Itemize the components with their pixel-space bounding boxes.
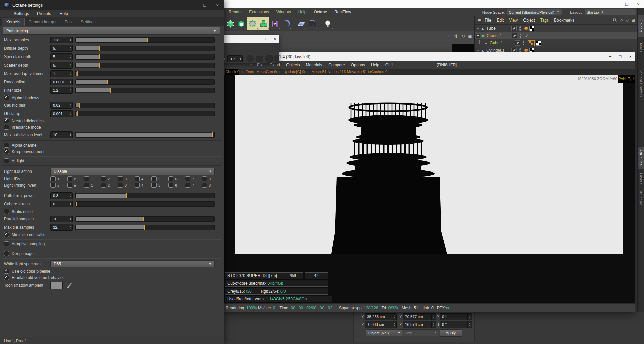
- maximize-view-icon[interactable]: ▣: [468, 34, 473, 39]
- stepper-arrows[interactable]: ▴▾: [392, 314, 396, 320]
- edit-toggle-icon[interactable]: [511, 48, 517, 52]
- slider-handle[interactable]: [212, 132, 213, 137]
- slider-handle[interactable]: [77, 111, 78, 116]
- checkbox[interactable]: [151, 176, 157, 181]
- camera-icon[interactable]: [307, 17, 318, 30]
- slider-handle[interactable]: [144, 225, 145, 230]
- stepper-arrows[interactable]: ▴▾: [68, 71, 72, 77]
- model-mode-icon[interactable]: [236, 17, 247, 30]
- orbit-icon[interactable]: ↻: [461, 34, 466, 39]
- apply-button[interactable]: Apply: [440, 329, 462, 337]
- menu-item-window[interactable]: Window: [273, 10, 295, 14]
- floating-window-titlebar[interactable]: − □ ×: [223, 35, 279, 43]
- setting-slider[interactable]: [75, 193, 215, 198]
- stepper-arrows[interactable]: ▴▾: [68, 37, 72, 43]
- value-field[interactable]: 0▴▾: [50, 201, 73, 207]
- value-field[interactable]: 0.001▴▾: [50, 110, 73, 117]
- c4d-minimize-button[interactable]: −: [610, 2, 621, 7]
- value-field[interactable]: 0.0001▴▾: [50, 79, 73, 85]
- maximize-button[interactable]: □: [204, 3, 206, 8]
- array-tool-icon[interactable]: [269, 17, 280, 30]
- checkbox[interactable]: [50, 176, 56, 181]
- value-field[interactable]: 1.▴▾: [50, 70, 73, 77]
- checkbox[interactable]: [67, 183, 72, 188]
- visibility-dots-icon[interactable]: [523, 41, 524, 45]
- object-name[interactable]: Cylinder.1: [486, 48, 509, 52]
- stepper-arrows[interactable]: ▴▾: [467, 321, 472, 328]
- octane-menu-item-presets[interactable]: Presets: [33, 11, 55, 16]
- lv-menu-item-materials[interactable]: Materials: [303, 63, 326, 67]
- checkbox[interactable]: [4, 158, 9, 163]
- lv-menu-item-file[interactable]: File: [254, 63, 266, 67]
- minimize-button[interactable]: −: [609, 54, 612, 59]
- setting-slider[interactable]: [75, 63, 215, 68]
- render-view[interactable]: 1920*1080 ZOOM:%60 PAN:-7,-140: [235, 75, 623, 254]
- tab-post[interactable]: Post: [61, 18, 77, 26]
- path-icon[interactable]: ◇: [620, 18, 623, 23]
- edit-toggle-icon[interactable]: [512, 33, 517, 38]
- checkbox[interactable]: [4, 118, 9, 123]
- object-row[interactable]: ▲Cube.1: [475, 39, 638, 47]
- value-field[interactable]: 0.02▴▾: [50, 102, 73, 109]
- checkbox[interactable]: [135, 183, 140, 188]
- checkbox[interactable]: [101, 176, 106, 181]
- material-tag-icon[interactable]: [524, 49, 528, 52]
- checkbox[interactable]: [202, 176, 207, 181]
- stepper-arrows[interactable]: ▴▾: [68, 193, 72, 199]
- setting-slider[interactable]: [75, 111, 215, 116]
- stepper-arrows[interactable]: ▴▾: [68, 79, 72, 85]
- texture-tag-icon[interactable]: [536, 41, 541, 46]
- stepper-arrows[interactable]: ▴▾: [467, 314, 472, 320]
- node-space-dropdown[interactable]: Current (Standard/Physical)▼: [507, 9, 562, 15]
- lv-menu-item-gui[interactable]: GUI: [382, 63, 396, 67]
- value-field[interactable]: 5.▴▾: [50, 62, 73, 69]
- maximize-button[interactable]: □: [266, 37, 268, 41]
- slider-handle[interactable]: [77, 71, 78, 76]
- maximize-button[interactable]: □: [619, 54, 622, 59]
- stepper-arrows[interactable]: ▴▾: [68, 87, 72, 93]
- side-tab-objects[interactable]: Objects: [638, 15, 644, 37]
- lv-menu-item-compare[interactable]: Compare: [325, 63, 348, 67]
- texture-tag-icon[interactable]: [529, 26, 534, 31]
- stepper-arrows[interactable]: ▴▾: [68, 54, 72, 60]
- slider-handle[interactable]: [107, 80, 108, 84]
- checkbox[interactable]: [50, 183, 56, 188]
- checkbox[interactable]: [118, 183, 123, 188]
- checkbox[interactable]: [4, 269, 9, 274]
- checkbox[interactable]: [185, 176, 190, 181]
- checkbox[interactable]: [135, 176, 140, 181]
- setting-slider[interactable]: [75, 54, 215, 60]
- menu-item-octane[interactable]: Octane: [310, 10, 331, 14]
- object-name[interactable]: Tube: [486, 26, 509, 31]
- edit-toggle-icon[interactable]: [511, 26, 517, 31]
- visibility-dots-icon[interactable]: [519, 48, 521, 52]
- setting-dropdown[interactable]: D65▼: [50, 260, 215, 267]
- expand-toggle-icon[interactable]: [476, 34, 480, 38]
- checkbox[interactable]: [4, 232, 9, 237]
- tab-kernels[interactable]: Kernels: [2, 18, 25, 26]
- tab-camera-imager[interactable]: Camera Imager: [25, 18, 61, 26]
- object-row[interactable]: ▲Cylinder.1: [475, 47, 638, 52]
- lv-menu-item-options[interactable]: Options: [348, 63, 368, 67]
- object-name[interactable]: Cube.1: [490, 41, 512, 45]
- setting-slider[interactable]: [75, 88, 215, 93]
- lv-menu-item-cloud[interactable]: Cloud: [267, 63, 283, 67]
- checkbox[interactable]: [101, 183, 106, 188]
- side-tab-content-browser[interactable]: Content Browser: [638, 65, 644, 102]
- checkbox[interactable]: [4, 275, 9, 280]
- make-editable-icon[interactable]: [225, 17, 236, 30]
- value-field[interactable]: 10.▴▾: [50, 131, 73, 138]
- value-field[interactable]: 0 °▴▾: [440, 321, 472, 328]
- layout-dropdown[interactable]: Startup▼: [585, 9, 636, 15]
- scale-value-field[interactable]: 0.7 ▴▾: [227, 55, 243, 62]
- lv-menu-item-help[interactable]: Help: [368, 63, 382, 67]
- checkbox[interactable]: [118, 176, 123, 181]
- slider-handle[interactable]: [99, 63, 100, 68]
- c4d-close-button[interactable]: ×: [633, 2, 644, 7]
- value-field[interactable]: 5.▴▾: [50, 53, 73, 60]
- stepper-arrows[interactable]: ▴▾: [68, 62, 72, 68]
- close-button[interactable]: ×: [629, 54, 632, 59]
- slider-handle[interactable]: [99, 46, 100, 51]
- value-field[interactable]: 0.3▴▾: [50, 192, 73, 199]
- floor-icon[interactable]: [296, 17, 307, 30]
